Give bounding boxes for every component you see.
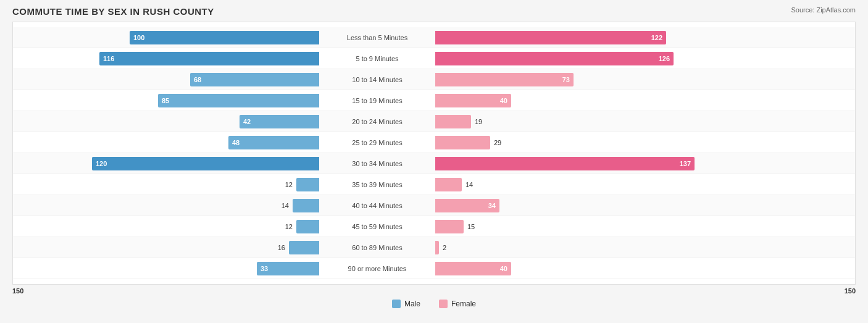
- female-value: 2: [443, 244, 446, 251]
- male-value: 33: [261, 265, 268, 272]
- male-bar: 33: [257, 262, 319, 275]
- male-bar: 85: [158, 94, 319, 107]
- male-section: 68: [13, 69, 322, 90]
- male-section: 85: [13, 90, 322, 111]
- female-bar: 137: [435, 157, 695, 170]
- male-bar: 68: [190, 73, 319, 86]
- chart-source: Source: ZipAtlas.com: [791, 6, 856, 14]
- row-label: 35 to 39 Minutes: [322, 181, 433, 188]
- female-section: 19: [433, 111, 741, 132]
- bar-row: 12030 to 34 Minutes137: [13, 153, 855, 174]
- female-bar: [435, 178, 462, 191]
- male-section: 16: [13, 237, 322, 258]
- legend-male: Male: [392, 300, 420, 308]
- bar-row: 1440 to 44 Minutes34: [13, 195, 855, 216]
- female-value: 126: [659, 55, 670, 62]
- row-label: Less than 5 Minutes: [322, 34, 433, 41]
- female-section: 34: [433, 195, 741, 216]
- chart-title: COMMUTE TIME BY SEX IN RUSH COUNTY: [12, 6, 214, 17]
- female-value: 137: [680, 160, 691, 167]
- axis-labels: 150 150: [12, 285, 856, 295]
- chart-container: COMMUTE TIME BY SEX IN RUSH COUNTY Sourc…: [0, 0, 868, 321]
- bar-row: 100Less than 5 Minutes122: [13, 27, 855, 48]
- male-value: 100: [133, 34, 144, 41]
- legend-male-label: Male: [404, 300, 420, 308]
- female-value: 15: [467, 223, 475, 230]
- female-section: 15: [433, 216, 741, 237]
- bar-row: 8515 to 19 Minutes40: [13, 90, 855, 111]
- male-section: 12: [13, 174, 322, 195]
- female-section: 29: [433, 132, 741, 153]
- female-value: 19: [475, 118, 482, 125]
- female-value: 29: [494, 139, 501, 146]
- female-value: 73: [562, 76, 570, 83]
- female-bar: [435, 220, 464, 233]
- bar-row: 4825 to 29 Minutes29: [13, 132, 855, 153]
- bar-row: 4220 to 24 Minutes19: [13, 111, 855, 132]
- female-section: 73: [433, 69, 741, 90]
- female-value: 40: [500, 265, 507, 272]
- male-section: 48: [13, 132, 322, 153]
- row-label: 90 or more Minutes: [322, 265, 433, 272]
- male-bar: 42: [240, 115, 319, 128]
- female-section: 2: [433, 237, 741, 258]
- male-section: 12: [13, 216, 322, 237]
- female-value: 40: [500, 97, 507, 104]
- female-bar: 40: [435, 262, 511, 275]
- male-bar: 100: [130, 31, 319, 44]
- male-section: 116: [13, 48, 322, 69]
- male-bar: [293, 199, 319, 212]
- female-section: 14: [433, 174, 741, 195]
- male-bar: 120: [92, 157, 319, 170]
- male-bar: 116: [99, 52, 319, 65]
- bar-row: 3390 or more Minutes40: [13, 258, 855, 279]
- male-value: 14: [282, 202, 289, 209]
- female-bar: 122: [435, 31, 666, 44]
- row-label: 45 to 59 Minutes: [322, 223, 433, 230]
- female-bar: [435, 136, 490, 149]
- bar-row: 1660 to 89 Minutes2: [13, 237, 855, 258]
- female-value: 122: [651, 34, 662, 41]
- female-bar: 40: [435, 94, 511, 107]
- female-value: 14: [465, 181, 473, 188]
- male-section: 120: [13, 153, 322, 174]
- axis-min-label: 150: [12, 287, 23, 295]
- male-value: 85: [162, 97, 169, 104]
- legend-male-icon: [392, 300, 401, 308]
- row-label: 5 to 9 Minutes: [322, 55, 433, 62]
- legend-female-icon: [439, 300, 448, 308]
- axis-max-label: 150: [845, 287, 856, 295]
- row-label: 40 to 44 Minutes: [322, 202, 433, 209]
- bar-row: 1235 to 39 Minutes14: [13, 174, 855, 195]
- male-bar: [289, 241, 319, 254]
- row-label: 10 to 14 Minutes: [322, 76, 433, 83]
- male-bar: [296, 178, 319, 191]
- row-label: 60 to 89 Minutes: [322, 244, 433, 251]
- male-value: 16: [278, 244, 285, 251]
- female-value: 34: [488, 202, 496, 209]
- male-section: 33: [13, 258, 322, 279]
- male-section: 100: [13, 27, 322, 48]
- male-section: 42: [13, 111, 322, 132]
- female-bar: [435, 241, 439, 254]
- female-bar: 126: [435, 52, 674, 65]
- bar-row: 1165 to 9 Minutes126: [13, 48, 855, 69]
- female-bar: [435, 115, 471, 128]
- chart-header: COMMUTE TIME BY SEX IN RUSH COUNTY Sourc…: [12, 6, 856, 17]
- female-bar: 34: [435, 199, 499, 212]
- bar-row: 6810 to 14 Minutes73: [13, 69, 855, 90]
- female-section: 40: [433, 90, 741, 111]
- male-value: 42: [243, 118, 251, 125]
- male-value: 68: [194, 76, 201, 83]
- legend-female-label: Female: [451, 300, 476, 308]
- male-section: 14: [13, 195, 322, 216]
- legend-female: Female: [439, 300, 476, 308]
- row-label: 30 to 34 Minutes: [322, 160, 433, 167]
- male-bar: 48: [228, 136, 319, 149]
- male-value: 120: [96, 160, 107, 167]
- row-label: 20 to 24 Minutes: [322, 118, 433, 125]
- male-value: 12: [285, 181, 293, 188]
- row-label: 25 to 29 Minutes: [322, 139, 433, 146]
- female-section: 40: [433, 258, 741, 279]
- female-bar: 73: [435, 73, 574, 86]
